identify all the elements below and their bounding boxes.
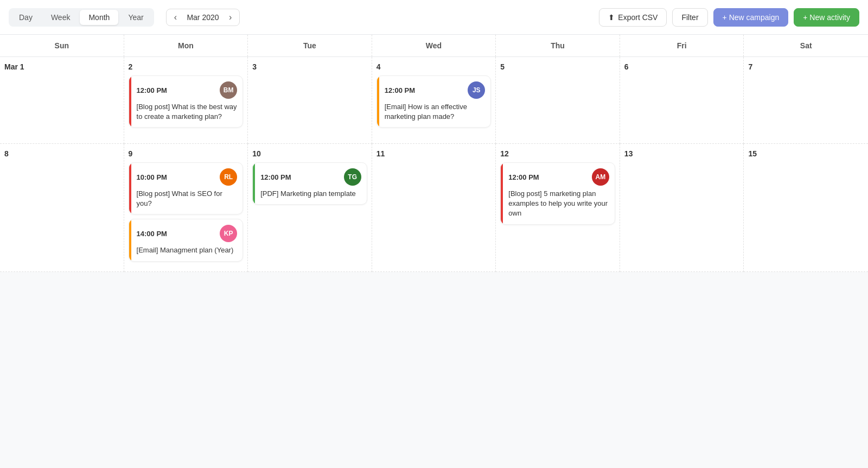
event-time: 12:00 PM	[385, 86, 415, 94]
avatar: BM	[220, 81, 237, 99]
event-header: 14:00 PMKP	[137, 225, 238, 242]
cell-date: 11	[376, 149, 492, 158]
calendar-header: SunMonTueWedThuFriSat	[0, 35, 868, 57]
event-card[interactable]: 14:00 PMKP[Email] Managment plan (Year)	[129, 219, 244, 261]
day-header-sun: Sun	[0, 35, 124, 56]
tab-day[interactable]: Day	[10, 10, 41, 25]
export-icon: ⬆	[608, 13, 615, 22]
cell-date: 8	[4, 149, 119, 158]
event-title: [Blog post] What is the best way to crea…	[137, 102, 238, 122]
current-period: Mar 2020	[181, 13, 225, 22]
day-header-mon: Mon	[124, 35, 248, 56]
new-activity-button[interactable]: + New activity	[794, 8, 859, 27]
export-label: Export CSV	[618, 13, 658, 22]
cal-cell: 7	[744, 57, 868, 144]
cell-date: 15	[748, 149, 864, 158]
cal-cell: 1212:00 PMAM[Blog post] 5 marketing plan…	[496, 144, 620, 272]
avatar: AM	[592, 168, 609, 186]
event-title: [Blog post] 5 marketing plan examples to…	[508, 189, 609, 219]
cal-cell: 412:00 PMJS[Email] How is an effective m…	[372, 57, 496, 144]
event-card[interactable]: 12:00 PMBM[Blog post] What is the best w…	[129, 75, 244, 128]
day-header-tue: Tue	[248, 35, 372, 56]
avatar: RL	[220, 168, 237, 186]
cal-cell: 3	[248, 57, 372, 144]
day-header-fri: Fri	[620, 35, 744, 56]
event-card[interactable]: 12:00 PMJS[Email] How is an effective ma…	[376, 75, 492, 128]
cal-cell: 13	[620, 144, 744, 272]
cal-cell: 212:00 PMBM[Blog post] What is the best …	[124, 57, 248, 144]
event-header: 12:00 PMBM	[137, 81, 238, 99]
cell-date: 4	[376, 62, 492, 71]
export-csv-button[interactable]: ⬆ Export CSV	[599, 8, 667, 27]
cell-date: 7	[748, 62, 864, 71]
calendar-grid: Mar 1212:00 PMBM[Blog post] What is the …	[0, 57, 868, 272]
cal-cell: 6	[620, 57, 744, 144]
filter-label: Filter	[681, 13, 698, 22]
event-time: 12:00 PM	[137, 86, 167, 94]
cal-cell: 11	[372, 144, 496, 272]
cell-date: 6	[624, 62, 739, 71]
toolbar: Day Week Month Year ‹ Mar 2020 › ⬆ Expor…	[0, 0, 868, 35]
cal-cell: 5	[496, 57, 620, 144]
event-time: 10:00 PM	[137, 173, 167, 181]
tab-week[interactable]: Week	[42, 10, 79, 25]
event-title: [PDF] Marketing plan template	[260, 189, 361, 199]
cal-cell: 15	[744, 144, 868, 272]
cell-date: 2	[129, 62, 244, 71]
avatar: KP	[220, 225, 237, 242]
cal-cell: Mar 1	[0, 57, 124, 144]
event-header: 12:00 PMTG	[260, 168, 361, 186]
day-header-wed: Wed	[372, 35, 496, 56]
cell-date: 5	[500, 62, 615, 71]
cell-date: Mar 1	[4, 62, 119, 71]
tab-year[interactable]: Year	[119, 10, 152, 25]
calendar-wrapper: SunMonTueWedThuFriSat Mar 1212:00 PMBM[B…	[0, 35, 868, 272]
cell-date: 3	[252, 62, 367, 71]
event-card[interactable]: 10:00 PMRL[Blog post] What is SEO for yo…	[129, 162, 244, 214]
event-header: 12:00 PMAM	[508, 168, 609, 186]
cell-date: 12	[500, 149, 615, 158]
tab-month[interactable]: Month	[80, 10, 118, 25]
event-title: [Blog post] What is SEO for you?	[137, 189, 238, 208]
cal-cell: 1012:00 PMTG[PDF] Marketing plan templat…	[248, 144, 372, 272]
view-tabs: Day Week Month Year	[9, 8, 154, 27]
cell-date: 9	[129, 149, 244, 158]
event-title: [Email] Managment plan (Year)	[137, 245, 238, 255]
event-header: 10:00 PMRL	[137, 168, 238, 186]
event-header: 12:00 PMJS	[385, 81, 486, 99]
cal-cell: 8	[0, 144, 124, 272]
avatar: JS	[468, 81, 485, 99]
event-time: 12:00 PM	[508, 173, 539, 181]
event-title: [Email] How is an effective marketing pl…	[385, 102, 486, 122]
cal-cell: 910:00 PMRL[Blog post] What is SEO for y…	[124, 144, 248, 272]
day-header-sat: Sat	[744, 35, 868, 56]
event-card[interactable]: 12:00 PMTG[PDF] Marketing plan template	[252, 162, 367, 205]
day-header-thu: Thu	[496, 35, 620, 56]
prev-button[interactable]: ‹	[172, 12, 179, 22]
event-card[interactable]: 12:00 PMAM[Blog post] 5 marketing plan e…	[500, 162, 615, 225]
next-button[interactable]: ›	[227, 12, 234, 22]
filter-button[interactable]: Filter	[672, 8, 707, 27]
new-campaign-button[interactable]: + New campaign	[713, 8, 789, 27]
cell-date: 13	[624, 149, 739, 158]
cell-date: 10	[252, 149, 367, 158]
event-time: 14:00 PM	[137, 230, 167, 238]
avatar: TG	[344, 168, 361, 186]
event-time: 12:00 PM	[260, 173, 291, 181]
nav-group: ‹ Mar 2020 ›	[166, 9, 240, 26]
